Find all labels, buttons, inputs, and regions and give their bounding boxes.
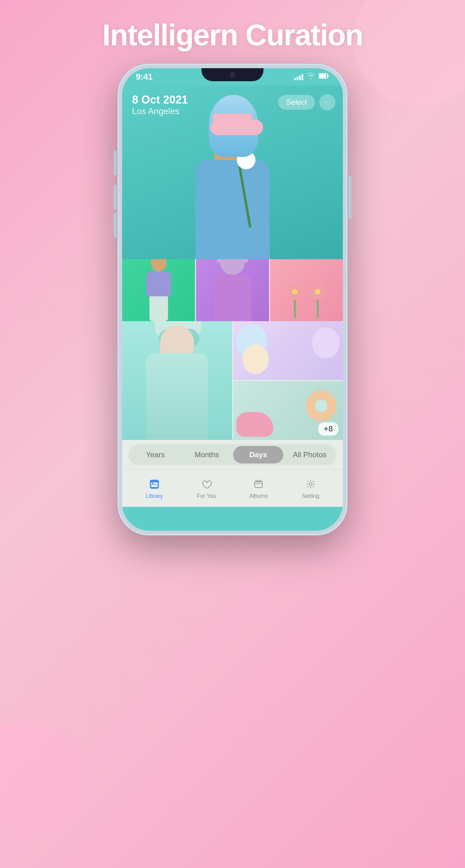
phone-screen: 9:41 <box>122 68 343 531</box>
balloon-2-art <box>312 328 340 359</box>
svg-rect-1 <box>328 75 329 77</box>
nav-for-you[interactable]: For You <box>191 477 222 499</box>
hero-photo: 8 Oct 2021 Los Angeles Select ··· <box>122 86 343 259</box>
grid-photo-2[interactable] <box>196 259 269 321</box>
wifi-icon <box>307 72 315 81</box>
grid-donut-photo[interactable]: +8 <box>233 381 343 440</box>
page-title: Intelligern Curation <box>102 19 363 52</box>
bg-decoration-top <box>353 0 465 105</box>
hp-person-art <box>214 259 251 321</box>
for-you-icon <box>199 477 214 491</box>
nav-setting-label: Setting <box>302 493 319 499</box>
nav-albums-label: Albums <box>249 493 268 499</box>
more-photos-badge[interactable]: +8 <box>318 422 339 436</box>
phone-mockup: 9:41 <box>118 64 347 535</box>
donut-art <box>306 390 337 421</box>
person-body-art <box>195 160 270 259</box>
status-time: 9:41 <box>136 72 153 82</box>
filter-tabs-inner: Years Months Days All Photos <box>128 444 337 465</box>
select-button[interactable]: Select <box>278 95 315 110</box>
photo-date: 8 Oct 2021 <box>132 93 188 106</box>
filter-all-photos[interactable]: All Photos <box>285 446 335 463</box>
filter-years[interactable]: Years <box>130 446 180 463</box>
photo-location: Los Angeles <box>132 106 188 116</box>
filter-months[interactable]: Months <box>182 446 232 463</box>
library-icon <box>147 477 162 491</box>
phone-frame: 9:41 <box>118 64 347 535</box>
balloon-3-art <box>242 344 269 374</box>
photo-grid-row2: +8 <box>122 321 343 440</box>
grid-balloons-photo[interactable] <box>233 321 343 380</box>
photo-info: 8 Oct 2021 Los Angeles <box>132 93 188 116</box>
nav-albums[interactable]: Albums <box>243 477 274 499</box>
camera <box>230 72 235 78</box>
albums-icon <box>251 477 266 491</box>
filter-days[interactable]: Days <box>233 446 283 463</box>
photo-grid-row1 <box>122 259 343 321</box>
filter-tabs: Years Months Days All Photos <box>122 440 343 470</box>
photo-actions: Select ··· <box>278 94 335 111</box>
more-button[interactable]: ··· <box>319 94 335 111</box>
svg-rect-6 <box>254 482 262 488</box>
setting-icon <box>303 477 318 491</box>
status-icons <box>294 72 329 81</box>
person-hat-brim-art <box>212 114 253 123</box>
svg-point-9 <box>309 483 312 486</box>
grid-photo-1[interactable] <box>122 259 195 321</box>
signal-icon <box>294 73 303 80</box>
nav-setting[interactable]: Setting <box>295 477 326 499</box>
unicorn-art <box>236 412 273 437</box>
svg-rect-2 <box>319 74 326 78</box>
nav-library-label: Library <box>146 493 163 499</box>
ice-body-art <box>146 353 208 440</box>
nav-library[interactable]: Library <box>139 477 170 499</box>
grid-photo-3[interactable] <box>270 259 343 321</box>
grid-large-photo[interactable] <box>122 321 232 440</box>
flowers-art <box>287 284 326 318</box>
bottom-nav: Library For You <box>122 470 343 507</box>
nav-for-you-label: For You <box>197 493 216 499</box>
battery-icon <box>319 73 329 81</box>
notch <box>202 68 264 81</box>
bg-decoration-bottom <box>0 719 87 837</box>
teal-person-art <box>146 259 171 321</box>
